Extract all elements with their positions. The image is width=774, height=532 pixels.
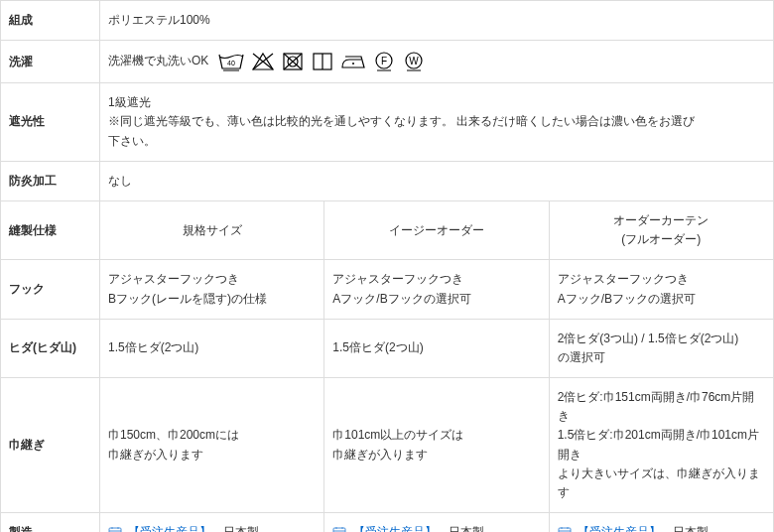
value-washing: 洗濯機で丸洗いOK 40 F W <box>100 41 774 83</box>
label-pleat-m: ヒダ(ヒダ山) <box>1 319 100 377</box>
label-washing: 洗濯 <box>1 41 100 83</box>
mfg-country: 日本製 <box>437 525 484 532</box>
mfg-country: 日本製 <box>211 525 259 532</box>
col-standard: 規格サイズ <box>100 200 324 259</box>
spec-table: 組成 ポリエステル100% 洗濯 洗濯機で丸洗いOK 40 F W 遮光性 1級… <box>0 0 774 532</box>
hook-full: アジャスターフックつきAフック/Bフックの選択可 <box>549 260 773 319</box>
value-composition: ポリエステル100% <box>100 1 774 41</box>
no-tumble-icon <box>281 51 305 72</box>
col-easy: イージーオーダー <box>324 200 549 259</box>
row-width-join: 巾継ぎ 巾150cm、巾200cmには巾継ぎが入ります 巾101cm以上のサイズ… <box>1 378 774 513</box>
label-hook: フック <box>1 260 100 319</box>
label-flame: 防炎加工 <box>1 161 100 200</box>
mfg-standard: 【受注生産品】 日本製 <box>100 513 324 532</box>
width-join-full: 2倍ヒダ:巾151cm両開き/巾76cm片開き1.5倍ヒダ:巾201cm両開き/… <box>549 378 773 513</box>
mfg-link[interactable]: 【受注生産品】 <box>578 525 661 532</box>
label-sewing: 縫製仕様 <box>1 200 100 259</box>
svg-point-10 <box>352 63 354 65</box>
dry-hang-icon <box>311 51 334 72</box>
mfg-link[interactable]: 【受注生産品】 <box>128 525 211 532</box>
row-hook: フック アジャスターフックつきBフック(レールを隠す)の仕様 アジャスターフック… <box>1 260 774 319</box>
row-flame: 防炎加工 なし <box>1 161 774 200</box>
mfg-link[interactable]: 【受注生産品】 <box>353 525 437 532</box>
iron-low-icon <box>339 51 367 72</box>
label-mfg: 製造 <box>1 513 100 532</box>
no-bleach-icon <box>250 51 276 72</box>
dryclean-f-icon: F <box>372 51 396 72</box>
width-join-easy: 巾101cm以上のサイズは巾継ぎが入ります <box>324 378 549 513</box>
mfg-easy: 【受注生産品】 日本製 <box>324 513 549 532</box>
row-mfg: 製造 【受注生産品】 日本製 【受注生産品】 日本製 【受注生産品】 日本製 <box>1 513 774 532</box>
mfg-country: 日本製 <box>661 525 709 532</box>
wash-40-icon: 40 <box>217 51 245 72</box>
calendar-icon <box>558 526 572 532</box>
svg-text:W: W <box>409 56 419 66</box>
label-composition: 組成 <box>1 1 100 41</box>
label-shading: 遮光性 <box>1 83 100 162</box>
wash-icons-group: 40 F W <box>216 51 427 72</box>
label-width-join: 巾継ぎ <box>1 378 100 513</box>
calendar-icon <box>332 526 346 532</box>
wetclean-w-icon: W <box>402 51 426 72</box>
svg-text:40: 40 <box>227 60 235 66</box>
calendar-icon <box>108 526 122 532</box>
row-shading: 遮光性 1級遮光※同じ遮光等級でも、薄い色は比較的光を通しやすくなります。 出来… <box>1 83 774 162</box>
col-full: オーダーカーテン(フルオーダー) <box>549 200 773 259</box>
svg-text:F: F <box>381 56 387 66</box>
hook-easy: アジャスターフックつきAフック/Bフックの選択可 <box>324 260 549 319</box>
hook-standard: アジャスターフックつきBフック(レールを隠す)の仕様 <box>100 260 324 319</box>
row-washing: 洗濯 洗濯機で丸洗いOK 40 F W <box>1 41 774 83</box>
pleat-m-easy: 1.5倍ヒダ(2つ山) <box>324 319 549 377</box>
value-flame: なし <box>100 161 774 200</box>
row-sewing-header: 縫製仕様 規格サイズ イージーオーダー オーダーカーテン(フルオーダー) <box>1 200 774 259</box>
mfg-full: 【受注生産品】 日本製 <box>549 513 773 532</box>
row-pleat-m: ヒダ(ヒダ山) 1.5倍ヒダ(2つ山) 1.5倍ヒダ(2つ山) 2倍ヒダ(3つ山… <box>1 319 774 377</box>
value-shading: 1級遮光※同じ遮光等級でも、薄い色は比較的光を通しやすくなります。 出来るだけ暗… <box>100 83 774 162</box>
row-composition: 組成 ポリエステル100% <box>1 1 774 41</box>
pleat-m-standard: 1.5倍ヒダ(2つ山) <box>100 319 324 377</box>
width-join-standard: 巾150cm、巾200cmには巾継ぎが入ります <box>100 378 324 513</box>
washing-text: 洗濯機で丸洗いOK <box>108 54 212 67</box>
pleat-m-full: 2倍ヒダ(3つ山) / 1.5倍ヒダ(2つ山)の選択可 <box>549 319 773 377</box>
